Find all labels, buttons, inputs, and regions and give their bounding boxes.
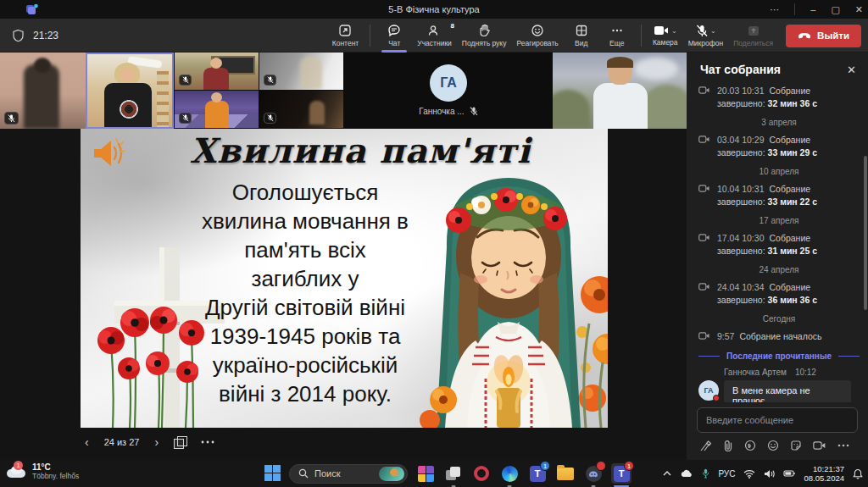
start-button[interactable]	[264, 465, 281, 482]
security-shield-icon	[12, 29, 25, 42]
date-header: 24 апреля	[698, 265, 860, 274]
presentation-slide[interactable]: Хвилина пам'яті Оголошується хвилина мов…	[81, 129, 608, 428]
microphone-label: Микрофон	[688, 39, 723, 47]
clock[interactable]: 10:21:37 08.05.2024	[804, 464, 844, 483]
window-title: 5-В Фізична культура	[0, 4, 868, 14]
tray-expand-icon[interactable]	[663, 471, 671, 476]
people-icon	[427, 24, 442, 37]
teams-chat-app-icon[interactable]: T1	[527, 463, 548, 484]
participant-video-tile[interactable]	[553, 53, 687, 129]
message-input[interactable]: Введите сообщение	[697, 407, 858, 433]
previous-slide-button[interactable]: ‹	[85, 435, 89, 449]
weather-widget[interactable]: 1 11°C Többny. felhős	[7, 462, 79, 480]
chevron-down-icon[interactable]: ⌄	[671, 27, 677, 35]
participant-video-tile[interactable]	[259, 91, 343, 128]
chat-message-list[interactable]: 20.03 10:31Собрание завершено: 32 мин 36…	[687, 83, 868, 402]
video-clip-icon[interactable]	[813, 440, 826, 451]
close-window-button[interactable]: ✕	[855, 4, 863, 15]
participant-name: Ганночка ...	[419, 107, 464, 116]
share-screen-label: Поделиться	[733, 39, 773, 47]
message-bubble[interactable]: В мене камера не працює	[724, 380, 851, 402]
chat-scrollbar[interactable]	[864, 156, 867, 310]
leave-label: Выйти	[817, 30, 849, 41]
microphone-active-icon[interactable]	[702, 468, 709, 479]
widgets-app-icon[interactable]	[415, 463, 436, 484]
more-dots-icon	[610, 24, 624, 37]
taskbar-search[interactable]: Поиск	[289, 464, 408, 484]
participant-video-tile[interactable]	[175, 53, 259, 90]
onedrive-icon[interactable]	[680, 469, 693, 478]
next-slide-button[interactable]: ›	[154, 435, 159, 449]
slide-overview-icon[interactable]	[174, 436, 186, 448]
mic-muted-icon	[264, 113, 276, 124]
chat-button[interactable]: Чат	[377, 19, 411, 53]
avatar: ГА	[430, 64, 467, 102]
praying-girl-illustration	[420, 178, 608, 428]
file-explorer-icon[interactable]	[555, 463, 576, 484]
participants-strip: ГА Ганночка ...	[0, 53, 687, 129]
react-button[interactable]: Реагировать	[512, 19, 562, 53]
react-label: Реагировать	[516, 39, 558, 47]
active-speaker-tile[interactable]	[86, 53, 174, 129]
meeting-camera-icon	[698, 282, 710, 291]
share-content-icon	[338, 24, 352, 37]
attach-icon[interactable]	[723, 440, 733, 451]
weather-cloud-icon: 1	[7, 464, 27, 479]
message-author: Ганночка Артем	[724, 368, 787, 377]
language-indicator[interactable]: РУС	[718, 469, 735, 479]
mic-muted-icon	[470, 107, 478, 116]
date-header: 3 апреля	[698, 118, 860, 127]
edge-browser-icon[interactable]	[499, 463, 520, 484]
view-button[interactable]: Вид	[565, 19, 598, 53]
participant-video-tile[interactable]	[0, 53, 86, 129]
discord-app-icon[interactable]	[583, 463, 604, 484]
more-button[interactable]: Еще	[600, 19, 634, 53]
participant-avatar-tile[interactable]: ГА Ганночка ...	[344, 53, 553, 129]
participant-grid	[175, 53, 344, 129]
camera-label: Камера	[653, 38, 678, 47]
wifi-icon[interactable]	[743, 469, 755, 479]
window-more-button[interactable]: ⋯	[770, 4, 779, 15]
task-view-icon[interactable]	[443, 463, 464, 484]
battery-icon[interactable]	[783, 469, 795, 478]
maximize-button[interactable]: ▢	[831, 4, 839, 15]
meeting-timer: 21:23	[33, 30, 58, 42]
leave-button[interactable]: Выйти	[786, 25, 861, 47]
close-chat-icon[interactable]: ✕	[847, 64, 856, 76]
meeting-camera-icon	[698, 135, 710, 144]
participants-count-badge: 8	[450, 22, 453, 30]
teams-meeting-window: 5-В Фізична культура ⋯ – ▢ ✕ 21:23 Конте…	[0, 0, 868, 487]
last-read-divider: Последние прочитанные	[698, 351, 860, 361]
tray-time: 10:21:37	[804, 464, 844, 473]
hang-up-icon	[798, 32, 811, 39]
chevron-down-icon[interactable]: ⌄	[710, 27, 716, 35]
slide-more-icon[interactable]	[201, 440, 214, 444]
format-icon[interactable]	[700, 440, 712, 451]
participant-video-tile[interactable]	[175, 91, 259, 128]
microphone-button[interactable]: ⌄ Микрофон	[684, 19, 727, 53]
minimize-button[interactable]: –	[810, 4, 815, 14]
opera-browser-icon[interactable]	[471, 463, 492, 484]
volume-icon[interactable]	[764, 469, 775, 479]
camera-button[interactable]: ⌄ Камера	[648, 19, 682, 53]
content-button[interactable]: Контент	[328, 19, 364, 53]
chat-message: ГА В мене камера не працює	[698, 380, 860, 402]
sticker-icon[interactable]	[790, 440, 802, 451]
message-meta: Ганночка Артем10:12	[724, 368, 860, 377]
loop-icon[interactable]	[744, 440, 756, 451]
camera-icon	[654, 25, 670, 36]
divider	[370, 25, 370, 47]
meeting-camera-icon	[698, 233, 710, 242]
share-screen-button: Поделиться	[729, 19, 777, 53]
raise-hand-button[interactable]: Поднять руку	[458, 19, 511, 53]
emoji-icon[interactable]	[767, 440, 779, 451]
more-options-icon[interactable]	[837, 444, 849, 447]
participants-button[interactable]: 8 Участники	[413, 19, 456, 53]
notifications-bell-icon[interactable]	[853, 468, 863, 479]
divider	[794, 3, 795, 15]
avatar: ГА	[698, 380, 719, 401]
more-label: Еще	[609, 39, 624, 47]
teams-app-icon-active[interactable]: T1	[611, 463, 632, 484]
mic-off-icon	[695, 25, 709, 37]
participant-video-tile[interactable]	[259, 53, 343, 90]
